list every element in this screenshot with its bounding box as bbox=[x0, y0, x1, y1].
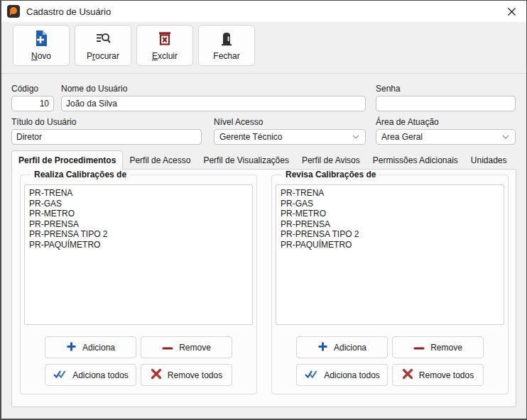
search-icon bbox=[94, 30, 112, 49]
new-document-icon bbox=[33, 30, 49, 49]
senha-input[interactable] bbox=[376, 96, 516, 111]
list-item[interactable]: PR-TRENA bbox=[29, 188, 252, 199]
area-atuacao-select[interactable]: Area Geral bbox=[376, 129, 516, 145]
chevron-down-icon bbox=[352, 135, 359, 139]
nivel-acesso-value: Gerente Técnico bbox=[219, 132, 283, 142]
list-item[interactable]: PR-TRENA bbox=[281, 188, 504, 199]
codigo-input[interactable] bbox=[11, 96, 54, 111]
tab-page-perfil-de-procedimentos: Realiza Calibrações de PR-TRENA PR-GAS P… bbox=[11, 169, 516, 407]
window-footer-strip bbox=[1, 407, 526, 420]
novo-label: Novo bbox=[31, 51, 51, 61]
list-item[interactable]: PR-PRENSA TIPO 2 bbox=[29, 229, 252, 240]
list-item[interactable]: PR-PAQUÍMETRO bbox=[29, 240, 252, 250]
realiza-adiciona-button[interactable]: Adiciona bbox=[45, 336, 136, 358]
cadastro-de-usuario-window: Cadastro de Usuário Novo bbox=[0, 0, 527, 420]
list-item[interactable]: PR-METRO bbox=[281, 209, 504, 219]
exit-door-icon bbox=[218, 30, 235, 49]
x-icon bbox=[402, 368, 413, 382]
tab-perfil-de-visualizacoes[interactable]: Perfil de Visualizações bbox=[197, 150, 295, 170]
tab-bar: Perfil de Procedimentos Perfil de Acesso… bbox=[11, 150, 514, 170]
tab-perfil-de-acesso[interactable]: Perfil de Acesso bbox=[123, 150, 197, 170]
novo-button[interactable]: Novo bbox=[13, 25, 70, 66]
tab-perfil-de-procedimentos[interactable]: Perfil de Procedimentos bbox=[11, 150, 123, 170]
codigo-label: Código bbox=[11, 84, 38, 94]
list-item[interactable]: PR-METRO bbox=[29, 209, 252, 219]
list-item[interactable]: PR-PRENSA bbox=[281, 219, 504, 230]
plus-icon bbox=[66, 341, 77, 354]
minus-icon bbox=[413, 343, 425, 353]
realiza-calibracoes-listbox[interactable]: PR-TRENA PR-GAS PR-METRO PR-PRENSA PR-PR… bbox=[24, 184, 253, 325]
area-atuacao-value: Area Geral bbox=[381, 132, 423, 142]
title-bar: Cadastro de Usuário bbox=[1, 1, 526, 22]
plus-icon bbox=[317, 341, 328, 354]
realiza-remove-todos-button[interactable]: Remove todos bbox=[141, 364, 232, 386]
revisa-remove-button[interactable]: Remove bbox=[392, 336, 484, 358]
list-item[interactable]: PR-PRENSA bbox=[29, 219, 252, 230]
window-title: Cadastro de Usuário bbox=[26, 6, 111, 17]
tab-permissoes-adicionais[interactable]: Permissões Adicionais bbox=[366, 150, 464, 170]
nome-input[interactable] bbox=[61, 96, 366, 111]
tab-unidades[interactable]: Unidades bbox=[464, 150, 514, 170]
minus-icon bbox=[162, 343, 173, 353]
titulo-input[interactable] bbox=[11, 129, 202, 145]
list-item[interactable]: PR-PAQUÍMETRO bbox=[281, 240, 504, 250]
list-item[interactable]: PR-GAS bbox=[29, 199, 252, 209]
nivel-acesso-label: Nível Acesso bbox=[214, 117, 263, 127]
double-check-icon bbox=[53, 369, 67, 381]
tab-perfil-de-avisos[interactable]: Perfil de Avisos bbox=[295, 150, 366, 170]
revisa-calibracoes-listbox[interactable]: PR-TRENA PR-GAS PR-METRO PR-PRENSA PR-PR… bbox=[276, 184, 504, 325]
realiza-calibracoes-title: Realiza Calibrações de bbox=[31, 170, 130, 179]
realiza-remove-button[interactable]: Remove bbox=[141, 336, 232, 358]
fechar-label: Fechar bbox=[213, 51, 239, 61]
revisa-calibracoes-title: Revisa Calibrações de bbox=[282, 170, 379, 179]
titulo-label: Título do Usuário bbox=[11, 117, 76, 127]
trash-icon bbox=[156, 30, 173, 49]
revisa-calibracoes-group: Revisa Calibrações de PR-TRENA PR-GAS PR… bbox=[271, 175, 509, 394]
revisa-adiciona-todos-button[interactable]: Adiciona todos bbox=[296, 364, 388, 386]
procurar-button[interactable]: Procurar bbox=[75, 25, 131, 66]
area-atuacao-label: Área de Atuação bbox=[376, 117, 439, 127]
list-item[interactable]: PR-PRENSA TIPO 2 bbox=[281, 229, 504, 240]
revisa-adiciona-button[interactable]: Adiciona bbox=[296, 336, 388, 358]
nivel-acesso-select[interactable]: Gerente Técnico bbox=[214, 129, 366, 145]
x-icon bbox=[151, 368, 162, 382]
senha-label: Senha bbox=[376, 84, 401, 94]
chevron-down-icon bbox=[502, 135, 509, 139]
realiza-adiciona-todos-button[interactable]: Adiciona todos bbox=[45, 364, 136, 386]
excluir-label: Excluir bbox=[152, 51, 178, 61]
close-button[interactable] bbox=[496, 1, 526, 22]
nome-label: Nome do Usuário bbox=[61, 84, 127, 94]
close-icon bbox=[507, 7, 516, 16]
list-item[interactable]: PR-GAS bbox=[281, 199, 504, 209]
double-check-icon bbox=[304, 369, 318, 381]
app-logo-icon bbox=[7, 5, 20, 18]
toolbar: Novo Procurar Excluir bbox=[1, 22, 526, 74]
realiza-calibracoes-group: Realiza Calibrações de PR-TRENA PR-GAS P… bbox=[20, 175, 257, 394]
excluir-button[interactable]: Excluir bbox=[136, 25, 193, 66]
revisa-remove-todos-button[interactable]: Remove todos bbox=[392, 364, 484, 386]
procurar-label: Procurar bbox=[87, 51, 119, 61]
fechar-button[interactable]: Fechar bbox=[198, 25, 255, 66]
